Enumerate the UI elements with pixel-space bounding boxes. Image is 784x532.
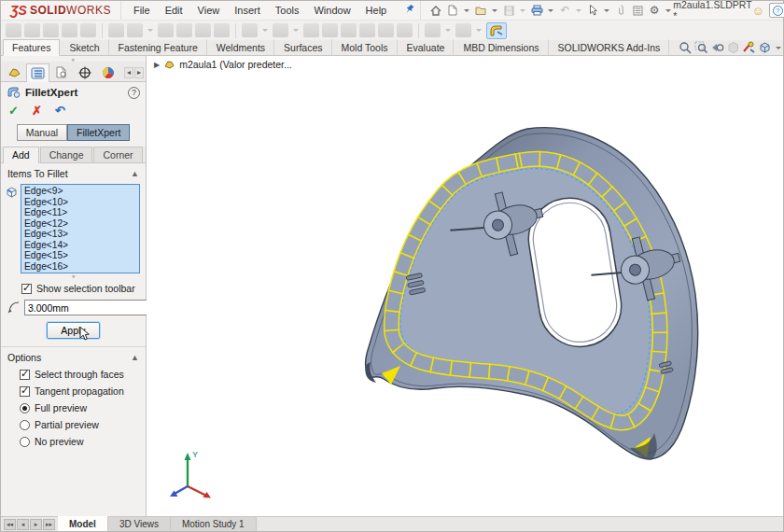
nav-prev-icon[interactable]: ◂ — [17, 519, 29, 530]
show-selection-toolbar-checkbox[interactable] — [21, 284, 32, 294]
disabled-tool-icon — [455, 23, 471, 37]
graphics-viewport[interactable]: ▶ m2aula1 (Valor predeter... — [147, 56, 783, 516]
select-cursor-icon[interactable] — [585, 4, 600, 17]
tab-evaluate[interactable]: Evaluate — [398, 39, 455, 55]
configuration-manager-tab[interactable] — [49, 63, 73, 81]
previous-view-icon[interactable] — [710, 41, 724, 54]
model-tab[interactable]: Model — [58, 516, 108, 531]
ok-button[interactable]: ✓ — [8, 104, 19, 118]
tab-mbd-dimensions[interactable]: MBD Dimensions — [454, 39, 548, 55]
edge-list-item[interactable]: Edge<14> — [24, 240, 139, 251]
options-gear-icon[interactable]: ⚙ — [647, 4, 662, 17]
pin-menu-icon[interactable] — [404, 4, 414, 17]
menu-insert[interactable]: Insert — [228, 3, 267, 18]
nav-last-icon[interactable]: ▸▸ — [43, 519, 55, 530]
filletxpert-subtabs: Add Change Corner — [1, 147, 146, 163]
edge-list-item[interactable]: Edge<11> — [24, 207, 139, 218]
property-manager-tab[interactable] — [26, 63, 49, 82]
change-subtab[interactable]: Change — [40, 147, 93, 162]
property-manager-header: FilletXpert ? — [1, 82, 146, 102]
open-icon[interactable] — [473, 4, 488, 17]
save-icon[interactable] — [501, 4, 516, 17]
help-icon[interactable]: ? — [128, 87, 140, 99]
edge-list-item[interactable]: Edge<13> — [24, 229, 139, 240]
open-dropdown-icon[interactable] — [492, 9, 497, 12]
tangent-propagation-row[interactable]: Tangent propagation — [20, 383, 146, 399]
edge-list-item[interactable]: Edge<16> — [24, 261, 139, 273]
menu-help[interactable]: Help — [359, 3, 394, 18]
new-dropdown-icon[interactable] — [464, 9, 469, 12]
collapse-chevron-icon[interactable]: ▲ — [131, 353, 139, 362]
feedback-smiley-icon[interactable]: ☺ — [751, 4, 763, 18]
tab-sketch[interactable]: Sketch — [60, 39, 108, 55]
options-header[interactable]: Options ▲ — [1, 347, 146, 366]
edge-list-item[interactable]: Edge<10> — [24, 197, 139, 208]
select-dropdown-icon[interactable] — [604, 9, 609, 12]
edge-list-item[interactable]: Edge<12> — [24, 218, 139, 230]
print-icon[interactable] — [529, 4, 544, 17]
evaluate-tools-icon[interactable] — [742, 41, 756, 54]
select-through-faces-checkbox[interactable] — [20, 370, 30, 380]
edge-list-item[interactable]: Edge<15> — [24, 250, 139, 261]
nav-first-icon[interactable]: ◂◂ — [4, 519, 16, 530]
tab-weldments[interactable]: Weldments — [207, 39, 274, 55]
tab-surfaces[interactable]: Surfaces — [274, 39, 331, 55]
display-manager-tab[interactable] — [96, 63, 119, 81]
apply-button[interactable]: Apply — [47, 322, 99, 339]
motion-study-tab[interactable]: Motion Study 1 — [171, 517, 257, 531]
no-preview-radio[interactable] — [20, 437, 30, 447]
feature-manager-tab[interactable] — [3, 63, 26, 81]
menu-window[interactable]: Window — [307, 3, 357, 18]
disabled-tool-icon — [127, 23, 143, 37]
title-bar: ƷS SOLIDWORKS File Edit View Insert Tool… — [1, 1, 783, 20]
menu-file[interactable]: File — [127, 3, 157, 18]
no-preview-row[interactable]: No preview — [20, 433, 146, 450]
properties-icon[interactable] — [630, 4, 645, 17]
add-subtab[interactable]: Add — [3, 147, 39, 163]
list-resize-grip[interactable]: ● — [1, 273, 146, 280]
partial-preview-row[interactable]: Partial preview — [20, 416, 146, 433]
view-orientation-dropdown-icon[interactable] — [776, 47, 781, 49]
model-3d-view[interactable] — [147, 56, 784, 518]
tab-solidworks-add-ins[interactable]: SOLIDWORKS Add-Ins — [549, 39, 670, 55]
zoom-fit-icon[interactable] — [679, 41, 693, 54]
menu-edit[interactable]: Edit — [159, 3, 189, 18]
fillet-radius-input[interactable] — [25, 302, 157, 314]
view-orientation-icon[interactable] — [758, 41, 772, 54]
tab-features[interactable]: Features — [3, 39, 60, 56]
disabled-tool-icon — [6, 23, 21, 37]
dimxpert-manager-tab[interactable] — [73, 63, 96, 81]
cancel-button[interactable]: ✗ — [32, 104, 42, 118]
corner-subtab[interactable]: Corner — [93, 147, 142, 162]
select-through-faces-row[interactable]: Select through faces — [20, 366, 146, 383]
manual-mode-button[interactable]: Manual — [17, 124, 67, 141]
menu-tools[interactable]: Tools — [269, 3, 306, 18]
collapse-chevron-icon[interactable]: ▲ — [131, 169, 139, 178]
show-selection-toolbar-row[interactable]: Show selection toolbar — [1, 280, 146, 297]
home-icon[interactable] — [428, 4, 443, 17]
undo-button[interactable]: ↶ — [55, 104, 65, 118]
options-dropdown-icon[interactable] — [665, 9, 671, 12]
new-document-icon[interactable] — [445, 4, 460, 17]
print-dropdown-icon[interactable] — [548, 9, 553, 12]
full-preview-radio[interactable] — [20, 403, 30, 413]
tab-mold-tools[interactable]: Mold Tools — [332, 39, 398, 55]
solidworks-window: ƷS SOLIDWORKS File Edit View Insert Tool… — [0, 0, 784, 532]
partial-preview-radio[interactable] — [20, 420, 30, 430]
scroll-left-icon[interactable]: ◂ — [124, 67, 133, 78]
3d-views-tab[interactable]: 3D Views — [108, 517, 171, 531]
nav-next-icon[interactable]: ▸ — [30, 519, 42, 530]
items-to-fillet-list[interactable]: Edge<9> Edge<10> Edge<11> Edge<12> Edge<… — [21, 184, 140, 273]
options-label: Options — [7, 352, 41, 363]
edge-list-item[interactable]: Edge<9> — [24, 186, 139, 197]
items-to-fillet-header[interactable]: Items To Fillet ▲ — [1, 163, 146, 182]
filletxpert-mode-button[interactable]: FilletXpert — [67, 124, 130, 141]
tab-fastening-feature[interactable]: Fastening Feature — [109, 39, 207, 55]
menu-view[interactable]: View — [191, 3, 227, 18]
scroll-right-icon[interactable]: ▸ — [134, 67, 144, 78]
tangent-propagation-checkbox[interactable] — [20, 386, 30, 397]
search-box[interactable]: ? Sea — [769, 3, 784, 18]
fillet-tool-active-icon[interactable] — [486, 22, 507, 39]
full-preview-row[interactable]: Full preview — [20, 399, 146, 416]
zoom-area-icon[interactable] — [694, 41, 708, 54]
